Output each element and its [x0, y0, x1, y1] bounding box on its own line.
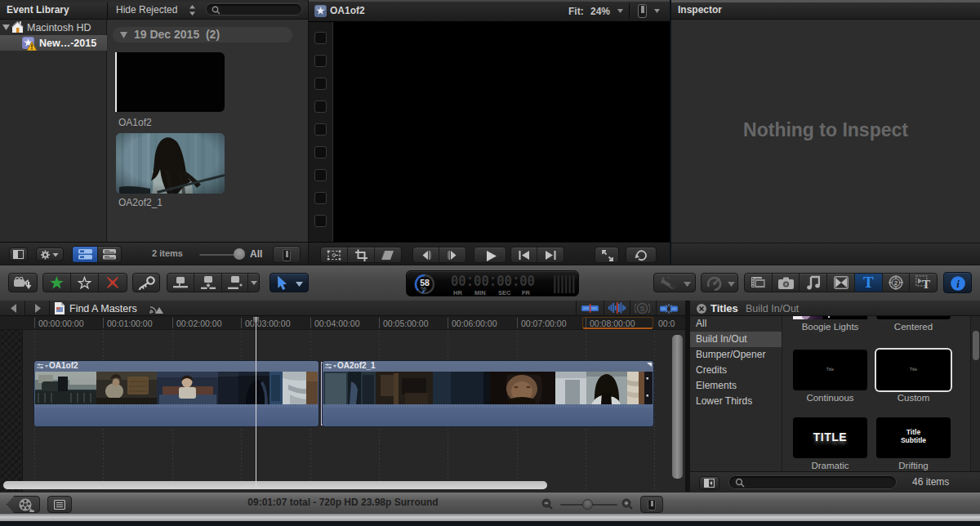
svg-text:T: T	[922, 278, 930, 291]
svg-text:S: S	[639, 305, 644, 313]
svg-text:i: i	[956, 277, 960, 289]
svg-text:2: 2	[894, 279, 898, 287]
